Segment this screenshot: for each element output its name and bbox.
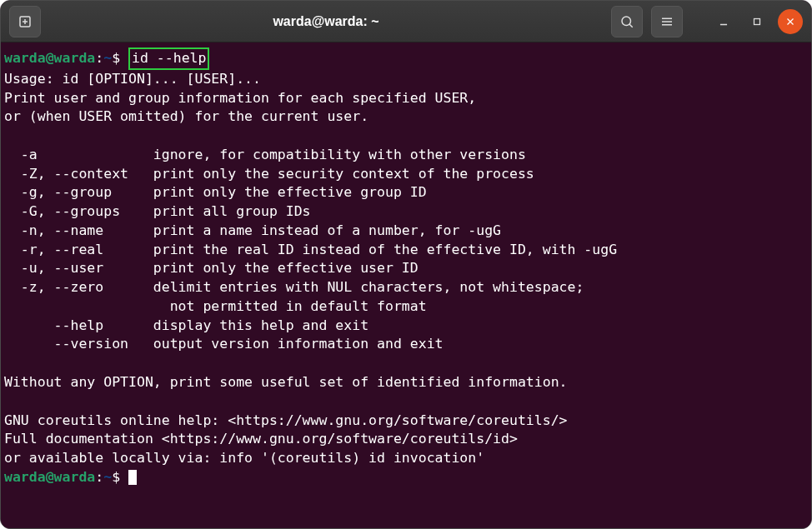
prompt-sep: : [95,50,103,66]
out-line: -z, --zero delimit entries with NUL char… [4,279,584,295]
prompt-end: $ [112,469,120,485]
terminal-cursor [128,470,137,485]
out-line: -g, --group print only the effective gro… [4,184,427,200]
out-line: -G, --groups print all group IDs [4,203,311,219]
maximize-button[interactable] [744,9,769,34]
out-line: -r, --real print the real ID instead of … [4,242,617,257]
search-icon [619,14,634,29]
menu-button[interactable] [651,6,683,37]
terminal-body[interactable]: warda@warda:~$ id --help Usage: id [OPTI… [1,42,811,528]
new-tab-button[interactable] [9,6,41,37]
svg-point-3 [622,17,631,26]
search-button[interactable] [611,6,643,37]
prompt-path: ~ [103,469,112,485]
out-line: -n, --name print a name instead of a num… [4,222,501,238]
svg-line-4 [629,24,633,27]
terminal-window: warda@warda: ~ warda@warda:~$ id --help … [0,0,812,529]
out-line: --version output version information and… [4,336,444,352]
highlighted-command: id --help [128,47,209,70]
maximize-icon [751,16,763,27]
out-line: Full documentation <https://www.gnu.org/… [4,431,518,447]
out-line: -u, --user print only the effective user… [4,260,419,276]
prompt-end: $ [112,50,120,66]
out-line: -a ignore, for compatibility with other … [4,147,526,162]
prompt-path: ~ [103,50,112,66]
close-button[interactable] [778,9,803,34]
out-line: or available locally via: info '(coreuti… [4,450,484,466]
out-line: -Z, --context print only the security co… [4,166,534,182]
new-tab-icon [18,14,33,29]
hamburger-icon [659,14,674,29]
prompt-sep: : [95,469,103,485]
out-line: Usage: id [OPTION]... [USER]... [4,71,261,87]
close-icon [784,16,796,27]
prompt-userhost: warda@warda [4,50,95,66]
out-line: GNU coreutils online help: <https://www.… [4,412,568,428]
window-title: warda@warda: ~ [49,14,603,29]
out-line: --help display this help and exit [4,317,368,333]
svg-rect-9 [754,18,760,24]
out-line: Without any OPTION, print some useful se… [4,374,568,390]
out-line: or (when USER omitted) for the current u… [4,108,368,124]
titlebar: warda@warda: ~ [1,1,811,42]
prompt-userhost: warda@warda [4,469,95,485]
minimize-icon [718,16,729,27]
out-line: Print user and group information for eac… [4,90,476,106]
minimize-button[interactable] [711,9,736,34]
out-line: not permitted in default format [4,298,427,314]
